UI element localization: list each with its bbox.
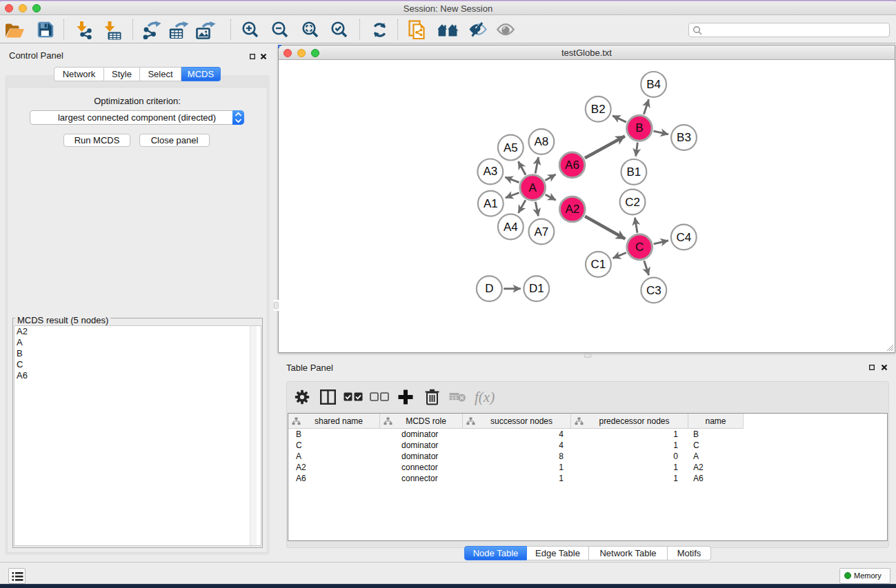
svg-text:A: A (529, 181, 537, 194)
svg-text:C: C (635, 241, 644, 254)
svg-text:C3: C3 (646, 284, 661, 297)
svg-text:D: D (485, 282, 493, 295)
svg-text:A2: A2 (565, 203, 579, 216)
svg-text:A5: A5 (504, 141, 518, 154)
svg-text:B3: B3 (677, 131, 691, 144)
svg-text:A4: A4 (504, 221, 518, 234)
svg-text:C2: C2 (625, 196, 640, 209)
svg-text:A3: A3 (483, 165, 497, 178)
svg-text:D1: D1 (529, 282, 544, 295)
svg-text:A6: A6 (565, 159, 579, 172)
svg-text:B1: B1 (627, 165, 641, 179)
svg-text:B2: B2 (591, 103, 606, 116)
svg-text:A7: A7 (535, 225, 549, 239)
svg-text:C1: C1 (591, 258, 606, 271)
svg-text:A1: A1 (484, 197, 498, 210)
svg-text:C4: C4 (676, 231, 691, 244)
svg-text:B4: B4 (646, 78, 661, 91)
svg-text:A8: A8 (535, 135, 549, 148)
svg-text:B: B (635, 121, 643, 134)
